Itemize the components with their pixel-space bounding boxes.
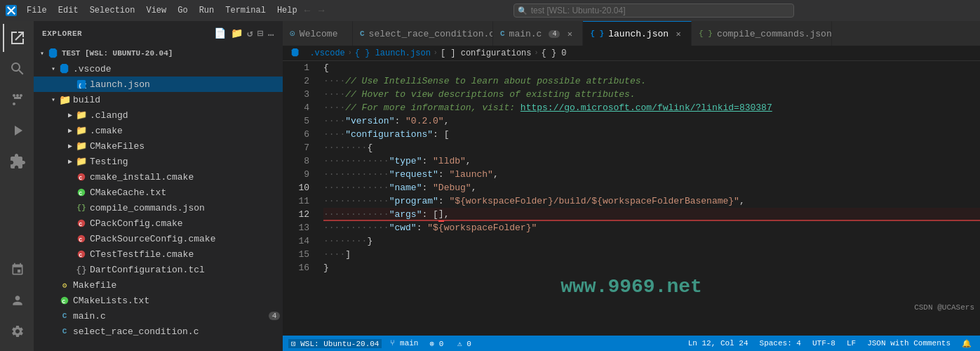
menu-go[interactable]: Go <box>173 4 192 17</box>
clangd-label: .clangd <box>90 110 280 121</box>
tok: "name" <box>389 181 422 194</box>
activity-search[interactable] <box>3 55 31 83</box>
search-icon: 🔍 <box>518 6 528 15</box>
sidebar-item-cmake-dot[interactable]: 📁 .cmake <box>34 123 283 138</box>
sidebar-item-cmakefiles[interactable]: 📁 CMakeFiles <box>34 138 283 154</box>
cmakefiles-label: CMakeFiles <box>90 141 280 152</box>
sidebar-item-main-c[interactable]: C main.c 4 <box>34 308 283 324</box>
sidebar-item-dart[interactable]: {} DartConfiguration.tcl <box>34 262 283 277</box>
testing-label: Testing <box>90 157 280 167</box>
tab-main-c[interactable]: C main.c 4 ✕ <box>493 21 583 46</box>
sidebar-item-compile-commands[interactable]: {} compile_commands.json <box>34 200 283 216</box>
menu-selection[interactable]: Selection <box>86 4 140 17</box>
menu-terminal[interactable]: Terminal <box>221 4 270 17</box>
line-num-8: 8 <box>283 154 309 168</box>
tab-launch-json[interactable]: { } launch.json ✕ <box>583 21 692 46</box>
status-position[interactable]: Ln 12, Col 24 <box>685 339 751 347</box>
sidebar-root[interactable]: TEST [WSL: UBUNTU-20.04] <box>34 46 283 61</box>
sidebar-item-cpackconfig[interactable]: C CPackConfig.cmake <box>34 216 283 231</box>
tok-url: https://go.microsoft.com/fwlink/?linkid=… <box>521 101 772 114</box>
sidebar-item-vscode[interactable]: .vscode <box>34 61 283 77</box>
status-language[interactable]: JSON with Comments <box>864 339 953 347</box>
search-input[interactable] <box>514 4 794 18</box>
tok: ············ <box>323 168 389 181</box>
tok: "program" <box>389 194 438 208</box>
makefile-icon: ⚙ <box>59 279 70 291</box>
vscode-arrow <box>48 63 59 74</box>
status-errors[interactable]: ⊗ 0 ⚠ 0 <box>427 339 474 348</box>
nav-back-button[interactable]: ← <box>302 4 313 18</box>
sidebar-item-clangd[interactable]: 📁 .clangd <box>34 107 283 123</box>
nav-forward-button[interactable]: → <box>316 4 327 18</box>
status-branch[interactable]: ⑂ main <box>387 339 421 347</box>
status-encoding[interactable]: UTF-8 <box>810 339 838 347</box>
sidebar-header: EXPLORER 📄 📁 ↺ ⊟ … <box>34 21 283 46</box>
menu-view[interactable]: View <box>142 4 170 17</box>
breadcrumb-vscode[interactable]: .vscode <box>291 48 345 58</box>
sidebar-item-makefile[interactable]: ⚙ Makefile <box>34 277 283 293</box>
sidebar-item-launch-json[interactable]: { } launch.json <box>34 77 283 92</box>
new-folder-icon[interactable]: 📁 <box>231 27 243 39</box>
tok: ···· <box>323 101 345 114</box>
tok: , <box>493 168 499 181</box>
code-line-5: ····"version": "0.2.0", <box>323 114 980 128</box>
status-remote[interactable]: ⊡ WSL: Ubuntu-20.04 <box>288 339 382 348</box>
build-arrow <box>48 94 59 105</box>
menu-bar: File Edit Selection View Go Run Terminal… <box>22 4 302 17</box>
activity-accounts[interactable] <box>3 286 31 314</box>
activity-explorer[interactable] <box>3 24 31 52</box>
status-notifications[interactable]: 🔔 <box>959 339 974 348</box>
sidebar-item-cmakecache[interactable]: C CMakeCache.txt <box>34 185 283 200</box>
tab-compile-commands[interactable]: { } compile_commands.json ✕ <box>692 21 832 46</box>
more-options-icon[interactable]: … <box>268 27 274 39</box>
sidebar-item-testing[interactable]: 📁 Testing <box>34 154 283 169</box>
menu-run[interactable]: Run <box>195 4 219 17</box>
breadcrumb-launch-json[interactable]: { } launch.json <box>355 48 431 58</box>
ctestfile-label: CTestTestfile.cmake <box>90 249 280 260</box>
new-file-icon[interactable]: 📄 <box>214 27 227 39</box>
breadcrumb-configurations[interactable]: [ ] configurations <box>441 48 532 58</box>
build-folder-icon: 📁 <box>59 94 70 105</box>
cpacksource-label: CPackSourceConfig.cmake <box>90 234 280 244</box>
sidebar-item-select-race[interactable]: C select_race_condition.c <box>34 324 283 339</box>
menu-edit[interactable]: Edit <box>54 4 83 17</box>
activity-settings[interactable] <box>3 317 31 345</box>
code-area[interactable]: { ····// Use IntelliSense to learn about… <box>318 61 980 336</box>
breadcrumb: .vscode › { } launch.json › [ ] configur… <box>283 46 980 61</box>
vscode-logo <box>6 5 17 16</box>
editor-content: 1 2 3 4 5 6 7 8 9 10 11 12 13 14 15 16 <box>283 61 980 336</box>
sidebar-item-cmakelists[interactable]: C CMakeLists.txt <box>34 293 283 308</box>
cmakelists-label: CMakeLists.txt <box>73 296 280 306</box>
sidebar-item-cmake-install[interactable]: C cmake_install.cmake <box>34 169 283 185</box>
sidebar-item-build[interactable]: 📁 build <box>34 92 283 107</box>
status-spaces[interactable]: Spaces: 4 <box>757 339 804 347</box>
sidebar-item-ctestfile[interactable]: C CTestTestfile.cmake <box>34 246 283 262</box>
cmakecache-icon: C <box>76 187 87 198</box>
root-arrow <box>36 48 48 59</box>
collapse-icon[interactable]: ⊟ <box>257 27 264 39</box>
activity-remote[interactable] <box>3 256 31 284</box>
tok: , <box>466 154 471 168</box>
sidebar-item-cpacksource[interactable]: C CPackSourceConfig.cmake <box>34 231 283 246</box>
breadcrumb-object[interactable]: { } 0 <box>542 48 567 58</box>
menu-file[interactable]: File <box>22 4 51 17</box>
activity-extensions[interactable] <box>3 147 31 176</box>
tok: // Hover to view descriptions of existin… <box>345 88 635 101</box>
tok: "args" <box>389 208 422 221</box>
status-eol[interactable]: LF <box>844 339 859 347</box>
line-num-5: 5 <box>283 114 309 128</box>
svg-text:{ }: { } <box>79 82 86 88</box>
activity-run-debug[interactable] <box>3 117 31 145</box>
tab-select-race[interactable]: C select_race_condition.c ✕ <box>353 21 493 46</box>
tab-welcome[interactable]: ⊙ Welcome <box>283 21 353 46</box>
svg-text:C: C <box>79 237 83 243</box>
refresh-icon[interactable]: ↺ <box>247 27 253 39</box>
tok: : [ <box>433 128 449 141</box>
main-c-tab-close[interactable]: ✕ <box>564 28 575 39</box>
tok: ···· <box>323 248 345 261</box>
tok: , <box>444 208 450 221</box>
activity-source-control[interactable] <box>3 86 31 114</box>
launch-json-tab-close[interactable]: ✕ <box>673 28 684 39</box>
code-line-16: } <box>323 261 980 274</box>
menu-help[interactable]: Help <box>273 4 302 17</box>
